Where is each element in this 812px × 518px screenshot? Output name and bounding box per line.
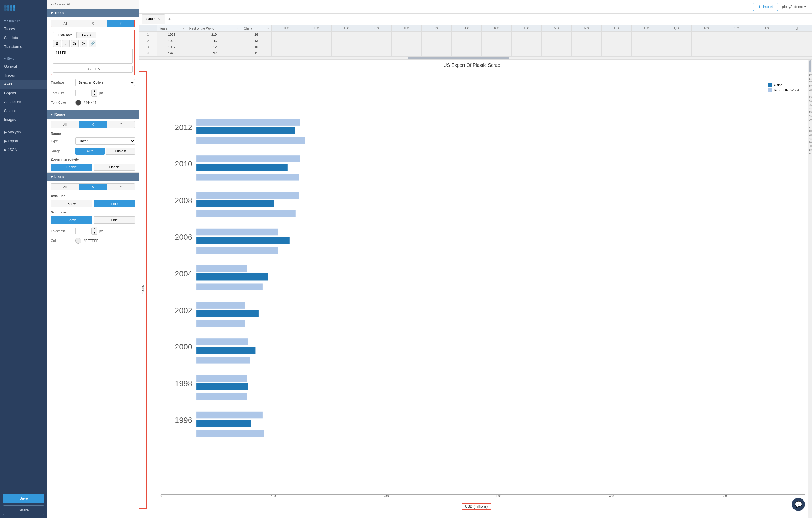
axis-line-show-button[interactable]: Show xyxy=(51,200,92,207)
chat-bubble-button[interactable]: 💬 xyxy=(792,498,805,511)
cell-years[interactable]: 1996 xyxy=(157,38,187,44)
col-l[interactable]: L ▾ xyxy=(512,25,542,32)
col-q[interactable]: Q ▾ xyxy=(662,25,692,32)
sidebar-item-export[interactable]: ▶ Export xyxy=(0,137,47,145)
font-size-down[interactable]: ▼ xyxy=(92,93,97,97)
zoom-disable-button[interactable]: Disable xyxy=(94,164,135,171)
thickness-input[interactable]: 1 xyxy=(75,228,92,234)
italic-button[interactable]: I xyxy=(62,40,70,47)
cell-china[interactable]: 16 xyxy=(241,32,271,38)
sidebar-item-axes[interactable]: Axes xyxy=(0,80,47,89)
range-type-select[interactable]: Linear Log Date Category xyxy=(75,137,135,144)
share-button[interactable]: Share xyxy=(3,505,44,515)
col-k[interactable]: K ▾ xyxy=(481,25,512,32)
subscript-button[interactable]: X₂ xyxy=(71,40,79,47)
style-header[interactable]: ▾ Style xyxy=(0,55,47,62)
cell-years[interactable]: 1997 xyxy=(157,44,187,50)
grid-tab[interactable]: Grid 1 ✕ xyxy=(142,15,165,24)
col-i[interactable]: I ▾ xyxy=(422,25,452,32)
thickness-down[interactable]: ▼ xyxy=(92,231,97,235)
font-size-input[interactable]: 14 xyxy=(75,89,92,96)
thickness-up[interactable]: ▲ xyxy=(92,227,97,230)
zoom-enable-button[interactable]: Enable xyxy=(51,164,92,171)
close-tab-icon[interactable]: ✕ xyxy=(158,18,161,21)
sidebar-item-traces[interactable]: Traces xyxy=(0,25,47,33)
titles-section-header[interactable]: ▾ Titles xyxy=(47,9,139,17)
col-u[interactable]: U xyxy=(782,25,812,32)
edit-html-button[interactable]: Edit in HTML xyxy=(53,66,133,73)
titles-tab-y[interactable]: Y xyxy=(107,20,135,27)
sidebar-item-transforms[interactable]: Transforms xyxy=(0,42,47,51)
titles-tab-all[interactable]: All xyxy=(51,20,79,27)
col-s[interactable]: S ▾ xyxy=(722,25,752,32)
save-button[interactable]: Save xyxy=(3,494,44,503)
col-header-world[interactable]: Rest of the World ▾ xyxy=(187,25,241,32)
cell-china[interactable]: 13 xyxy=(241,38,271,44)
title-text-input[interactable]: Years xyxy=(53,49,133,63)
chart-area: US Export Of Plastic Scrap Years 2012201… xyxy=(139,60,808,518)
h-scrollbar[interactable] xyxy=(139,57,812,60)
sidebar-item-traces-style[interactable]: Traces xyxy=(0,71,47,80)
grid-color-swatch[interactable] xyxy=(75,238,81,244)
lines-section-header[interactable]: ▾ Lines xyxy=(47,173,139,181)
bold-button[interactable]: B xyxy=(53,40,61,47)
cell-china[interactable]: 10 xyxy=(241,44,271,50)
sidebar-item-shapes[interactable]: Shapes xyxy=(0,106,47,115)
cell-china[interactable]: 11 xyxy=(241,50,271,56)
col-h[interactable]: H ▾ xyxy=(392,25,422,32)
col-f[interactable]: F ▾ xyxy=(331,25,361,32)
range-section-header[interactable]: ▾ Range xyxy=(47,110,139,118)
col-o[interactable]: O ▾ xyxy=(602,25,632,32)
grid-lines-hide-button[interactable]: Hide xyxy=(94,216,135,223)
superscript-button[interactable]: X² xyxy=(80,40,87,47)
import-button[interactable]: ⬆ import xyxy=(753,3,778,11)
grid-lines-show-button[interactable]: Show xyxy=(51,216,92,223)
sidebar-item-json[interactable]: ▶ JSON xyxy=(0,145,47,154)
range-tab-y[interactable]: Y xyxy=(107,121,135,128)
cell-world[interactable]: 146 xyxy=(187,38,241,44)
sidebar-item-subplots[interactable]: Subplots xyxy=(0,33,47,42)
typeface-select[interactable]: Select an Option xyxy=(75,79,135,86)
structure-header[interactable]: ▾ Structure xyxy=(0,17,47,25)
titles-tab-x[interactable]: X xyxy=(79,20,107,27)
sidebar-item-annotation[interactable]: Annotation xyxy=(0,98,47,106)
scroll-value: 221 xyxy=(809,133,811,137)
lines-tab-y[interactable]: Y xyxy=(107,184,135,190)
sidebar-item-analysis[interactable]: ▶ Analysis xyxy=(0,128,47,137)
lines-tab-x[interactable]: X xyxy=(79,184,107,190)
col-n[interactable]: N ▾ xyxy=(572,25,602,32)
v-scrollbar-thumb[interactable] xyxy=(809,60,811,72)
rich-text-tab[interactable]: Rich Text xyxy=(53,32,77,38)
range-tab-all[interactable]: All xyxy=(51,121,79,128)
col-m[interactable]: M ▾ xyxy=(542,25,572,32)
link-button[interactable]: 🔗 xyxy=(89,40,96,47)
col-header-china[interactable]: China ▾ xyxy=(241,25,271,32)
range-auto-button[interactable]: Auto xyxy=(75,147,105,155)
sidebar-item-general[interactable]: General xyxy=(0,62,47,71)
font-color-swatch[interactable] xyxy=(75,100,81,106)
col-header-years[interactable]: Years ▾ xyxy=(157,25,187,32)
col-d[interactable]: D ▾ xyxy=(271,25,301,32)
col-g[interactable]: G ▾ xyxy=(361,25,392,32)
sidebar-item-legend[interactable]: Legend xyxy=(0,89,47,98)
col-r[interactable]: R ▾ xyxy=(692,25,722,32)
latex-tab[interactable]: LaTeX xyxy=(77,32,96,38)
range-custom-button[interactable]: Custom xyxy=(106,147,135,155)
axis-line-hide-button[interactable]: Hide xyxy=(94,200,135,207)
font-size-up[interactable]: ▲ xyxy=(92,89,97,93)
cell-world[interactable]: 127 xyxy=(187,50,241,56)
cell-years[interactable]: 1995 xyxy=(157,32,187,38)
user-menu[interactable]: plotly2_demo ▾ xyxy=(782,5,806,9)
col-t[interactable]: T ▾ xyxy=(752,25,782,32)
range-tab-x[interactable]: X xyxy=(79,121,107,128)
col-j[interactable]: J ▾ xyxy=(452,25,482,32)
sidebar-item-images[interactable]: Images xyxy=(0,115,47,124)
col-e[interactable]: E ▾ xyxy=(301,25,331,32)
add-tab-button[interactable]: + xyxy=(166,16,173,23)
col-p[interactable]: P ▾ xyxy=(632,25,662,32)
cell-years[interactable]: 1998 xyxy=(157,50,187,56)
cell-world[interactable]: 219 xyxy=(187,32,241,38)
cell-world[interactable]: 112 xyxy=(187,44,241,50)
lines-tab-all[interactable]: All xyxy=(51,184,79,190)
collapse-all-header[interactable]: ▾ Collapse All xyxy=(47,0,139,9)
